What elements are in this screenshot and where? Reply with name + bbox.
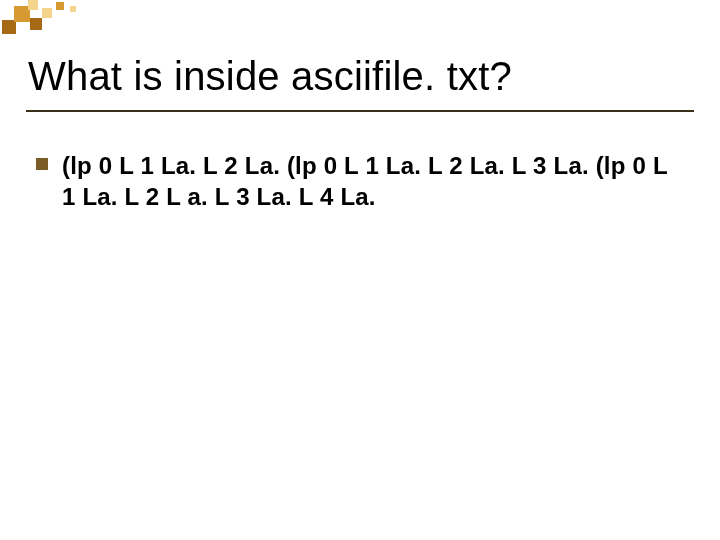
bullet-item: (lp 0 L 1 La. L 2 La. (lp 0 L 1 La. L 2 … [36, 150, 686, 212]
bullet-text: (lp 0 L 1 La. L 2 La. (lp 0 L 1 La. L 2 … [62, 150, 686, 212]
title-underline [26, 110, 694, 112]
bullet-square-icon [36, 158, 48, 170]
slide-title: What is inside asciifile. txt? [28, 54, 512, 99]
body-content: (lp 0 L 1 La. L 2 La. (lp 0 L 1 La. L 2 … [36, 150, 686, 212]
header-decoration [0, 0, 720, 36]
